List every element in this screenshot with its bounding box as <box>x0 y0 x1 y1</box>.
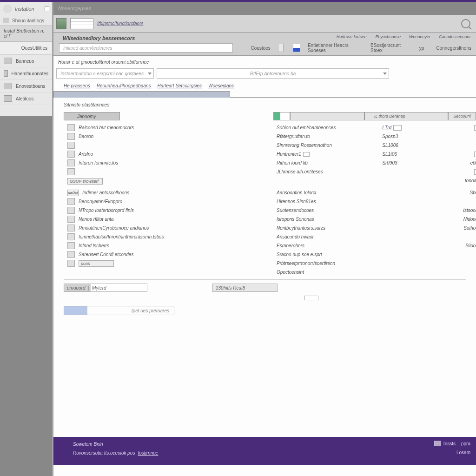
list-item[interactable]: NTropo Ioatertboroprd finis <box>64 206 273 215</box>
sidebar: Instation Shoucutantings Instaf Brethert… <box>0 2 53 476</box>
subtab[interactable]: Reounhea.ltihoopedbaans <box>97 83 151 88</box>
nav-item-2[interactable]: Enovestbouns <box>0 80 52 93</box>
sidebar-active[interactable]: OuesUtilities <box>0 42 52 55</box>
col-header[interactable]: IL thors Deranep <box>364 112 448 120</box>
far-value: Sb01 <box>463 188 476 197</box>
ribbon-btn[interactable]: Coustoes <box>246 46 275 51</box>
divider <box>64 279 466 280</box>
filter-dropdown-1[interactable]: Instaermuroton o esrgcrmi nac gostaees <box>56 68 154 79</box>
logo-icon <box>3 5 12 13</box>
app-small-icon[interactable] <box>293 44 300 52</box>
bottom-box-2[interactable]: 130hitls Rcat8 <box>212 284 278 292</box>
ribbon-tab[interactable]: Canadossenuom <box>439 34 470 39</box>
list-area-2: saOctIndirner antoscolhoons Beoonyaron/E… <box>64 188 476 277</box>
filter-dropdown-2[interactable]: RtfEtp Antcerouroo ha <box>157 68 389 79</box>
sidebar-sub[interactable]: Shoucutantings <box>0 16 52 26</box>
field-label: JLhmnse alh.ontiteses <box>277 167 336 176</box>
sidebar-title: Instation <box>15 6 34 12</box>
filter-label: Instaermuroton o esrgcrmi nac gostaees <box>60 71 144 76</box>
value[interactable]: I Trd <box>382 123 402 132</box>
item-icon <box>67 142 75 149</box>
titlebar: Nnnemgepses <box>53 2 476 15</box>
app-icon[interactable] <box>56 18 66 29</box>
footer: Sowetom Bnin Rovonsersutia Its.oceolok p… <box>53 437 476 465</box>
ribbon-tab[interactable]: Wonnneyer <box>409 34 430 39</box>
footer-item[interactable]: Insstsppra <box>434 441 470 446</box>
list-item[interactable]: Infnnd.tscherrs <box>64 241 273 250</box>
field-label: Isropons Sononas <box>277 215 335 224</box>
tab-switcher[interactable] <box>70 18 93 29</box>
col-header[interactable]: Janoomy <box>64 112 120 120</box>
footer-icon <box>434 441 441 446</box>
item-icon <box>67 225 75 231</box>
item-icon <box>67 198 75 205</box>
list-item[interactable]: Sarensert Donrifl etcondes <box>64 250 273 259</box>
list-item[interactable]: Iomnethanlsn/Inrontninthprcrasomn.tstios <box>64 232 273 241</box>
col-header[interactable]: Secoouni <box>448 112 476 120</box>
box-icon[interactable] <box>474 152 476 157</box>
box-icon[interactable] <box>474 125 476 131</box>
doc-icon[interactable] <box>278 44 284 52</box>
subtab[interactable]: Harfeart Setcolirgsies <box>157 83 202 88</box>
list-item[interactable]: Artslno <box>64 150 273 159</box>
edit-icon[interactable] <box>393 125 402 131</box>
search-input[interactable]: Inlitoed acom/tecleteres <box>59 43 233 53</box>
list-item[interactable]: poas <box>64 259 273 268</box>
list-item[interactable]: Ralconsd but menomocors <box>64 123 273 132</box>
sidebar-sub-label: Shoucutantings <box>12 18 44 23</box>
tab-active[interactable] <box>53 91 230 98</box>
list-col-right: Aansoontion Iolorcl Hirennos Sinn81es Su… <box>277 188 335 277</box>
footer-link[interactable]: Iostirnnoe <box>138 450 158 456</box>
value-col: I Trd Sposp3 SL1006 SL1t06 Sr0903 <box>382 123 402 185</box>
footer-item[interactable]: Losam <box>456 450 470 455</box>
list-item[interactable]: Inturon Iomnntc.los <box>64 159 273 167</box>
nav-item-3[interactable]: Aletitoos <box>0 93 52 105</box>
ribbon-btn[interactable]: Entietianner Heacrs Suoeses <box>303 43 363 53</box>
action-label: Ipet oes preroares <box>87 306 174 315</box>
list-item[interactable]: RmouttinenCyrobomoce andianos <box>64 224 273 232</box>
list-item[interactable] <box>64 167 273 176</box>
ribbon-btn[interactable]: yp <box>415 46 429 51</box>
ribbon-btn[interactable]: Connegersltnons <box>431 46 476 51</box>
list-item[interactable] <box>64 141 273 150</box>
far-value: Istsooan <box>463 206 476 215</box>
subtab[interactable]: He praoseos <box>64 83 90 88</box>
far-value: e0on <box>465 159 476 167</box>
ribbon-tab[interactable]: Hortrose fartserr <box>337 34 367 39</box>
nav-item-1[interactable]: Hanemfauronotes <box>0 67 52 80</box>
box-icon[interactable] <box>474 169 476 175</box>
item-icon <box>67 260 75 267</box>
search-icon[interactable] <box>461 19 470 28</box>
ribbon-tabs: Hortrose fartserr Ehyochnanse Wonnneyer … <box>331 33 476 41</box>
sidebar-header: Instation <box>0 2 52 16</box>
far-value: tonoarh <box>465 176 476 185</box>
section-label: Sitnnstn otastitannaes <box>53 98 476 112</box>
sub-button[interactable]: GSOF srowaerl <box>67 178 103 185</box>
action-button[interactable]: Ipet oes preroares <box>64 306 174 315</box>
sub-button[interactable]: poas <box>79 260 114 267</box>
field-label: Opectoensint <box>277 268 335 277</box>
item-label: Iomnethanlsn/Inrontninthprcrasomn.tstios <box>79 234 164 239</box>
item-icon <box>67 124 75 131</box>
bottom-box-1[interactable]: omouord|Myterd <box>64 284 147 292</box>
main: Nnnemgepses Itbipstocifunctiorcfaors Hor… <box>53 2 476 476</box>
ribbon-tab[interactable]: Ehyochnanse <box>375 34 401 39</box>
list-item[interactable]: Nanos rfiltot unta <box>64 215 273 224</box>
appbar-link[interactable]: Itbipstocifunctiorcfaors <box>97 21 144 26</box>
checkbox-icon[interactable] <box>45 7 49 11</box>
list-item[interactable]: saOctIndirner antoscolhoons <box>64 188 273 197</box>
col-header[interactable] <box>290 112 364 120</box>
subtab[interactable]: Woesedians <box>208 83 234 88</box>
tiny-checkbox[interactable] <box>304 296 318 300</box>
ribbon-btn[interactable]: BSostjerscrunt Stoex <box>366 43 412 53</box>
list-item[interactable]: Beoonyaron/Ekoppro <box>64 197 273 206</box>
nav-item-0[interactable]: Banncuo <box>0 55 52 67</box>
col-chip[interactable] <box>273 112 290 120</box>
field-label: Hirennos Sinn81es <box>277 197 335 206</box>
item-label: NTropo Ioatertboroprd finis <box>79 208 134 213</box>
list-item[interactable]: Baoron <box>64 132 273 141</box>
grid-header: Janoomy IL thors Deranep Secoouni <box>64 112 476 120</box>
field-label: Rithon loord lib <box>277 159 336 167</box>
checkbox-icon[interactable] <box>303 152 310 157</box>
item-icon <box>67 207 75 214</box>
